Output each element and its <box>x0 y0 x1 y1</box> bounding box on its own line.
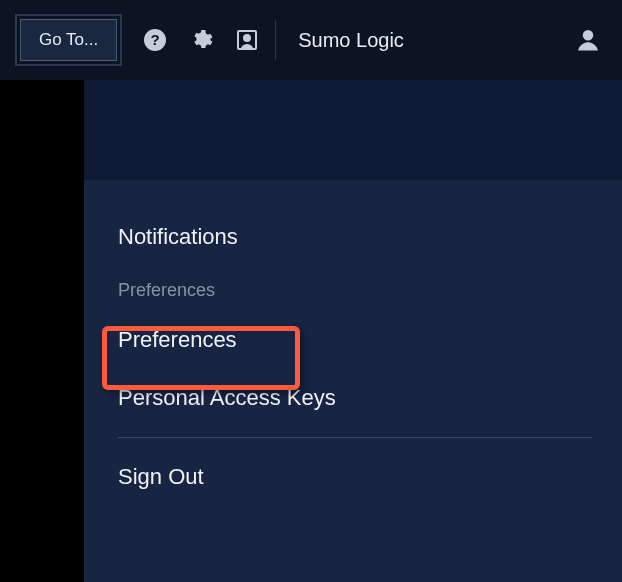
panel-header-band <box>84 80 622 180</box>
left-sidebar-strip <box>0 80 84 582</box>
goto-button[interactable]: Go To... <box>20 19 117 61</box>
menu-item-preferences[interactable]: Preferences <box>118 311 592 369</box>
menu-item-sign-out[interactable]: Sign Out <box>118 448 592 506</box>
menu-item-notifications[interactable]: Notifications <box>118 208 592 266</box>
topbar: Go To... ? Sumo Logic <box>0 0 622 80</box>
menu-item-access-keys[interactable]: Personal Access Keys <box>118 369 592 427</box>
help-icon[interactable]: ? <box>143 28 167 52</box>
menu-section-label: Preferences <box>118 266 592 311</box>
svg-text:?: ? <box>151 31 160 48</box>
gear-icon[interactable] <box>189 28 213 52</box>
user-menu-panel: Notifications Preferences Preferences Pe… <box>84 180 622 582</box>
svg-point-4 <box>583 30 594 40</box>
toolbar-divider <box>275 20 276 60</box>
toolbar-icons: ? <box>143 28 259 52</box>
menu-divider <box>118 437 592 438</box>
user-avatar-icon[interactable] <box>574 26 602 54</box>
portrait-icon[interactable] <box>235 28 259 52</box>
brand-label: Sumo Logic <box>298 29 404 52</box>
svg-point-3 <box>244 35 250 41</box>
